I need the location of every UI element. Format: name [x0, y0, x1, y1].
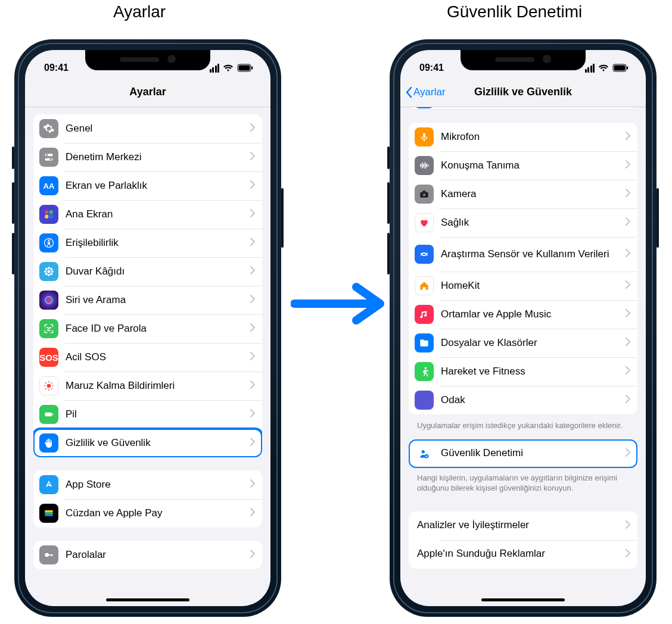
- nav-title: Ayarlar: [129, 86, 166, 98]
- folder-icon: [415, 333, 434, 352]
- svg-point-32: [45, 382, 46, 383]
- svg-point-20: [50, 268, 52, 270]
- row-label: Güvenlik Denetimi: [441, 447, 626, 459]
- chevron-right-icon: [250, 352, 255, 363]
- row-general[interactable]: Genel: [33, 114, 262, 143]
- row-passwords[interactable]: Parolalar: [33, 541, 262, 569]
- row-focus[interactable]: Odak: [409, 386, 637, 414]
- row-label: Genel: [66, 123, 250, 135]
- key-icon: [39, 545, 58, 564]
- row-media[interactable]: Ortamlar ve Apple Music: [409, 300, 637, 329]
- svg-point-29: [48, 389, 49, 391]
- row-research[interactable]: Araştırma Sensör ve Kullanım Verileri: [409, 237, 637, 272]
- heading-left: Ayarlar: [113, 2, 166, 21]
- row-speech[interactable]: Konuşma Tanıma: [409, 151, 637, 180]
- row-microphone[interactable]: Mikrofon: [409, 123, 637, 151]
- battery-row-icon: [39, 405, 58, 424]
- status-time: 09:41: [39, 63, 69, 73]
- row-siri[interactable]: Siri ve Arama: [33, 286, 262, 314]
- svg-point-25: [47, 327, 48, 328]
- svg-point-30: [44, 385, 45, 386]
- row-sos[interactable]: SOS Acil SOS: [33, 343, 262, 372]
- hand-icon: [39, 433, 58, 453]
- row-appstore[interactable]: App Store: [33, 470, 262, 499]
- home-indicator[interactable]: [481, 598, 565, 601]
- row-homekit[interactable]: HomeKit: [409, 272, 637, 300]
- gear-icon: [39, 119, 58, 138]
- apps-grid-icon: [39, 205, 58, 224]
- exposure-icon: [39, 376, 58, 395]
- home-indicator[interactable]: [106, 598, 189, 601]
- row-camera[interactable]: Kamera: [409, 180, 637, 208]
- row-files[interactable]: Dosyalar ve Klasörler: [409, 329, 637, 357]
- row-label: Ortamlar ve Apple Music: [441, 308, 626, 320]
- chevron-right-icon: [626, 189, 630, 199]
- svg-point-6: [46, 154, 48, 156]
- chevron-right-icon: [626, 520, 630, 531]
- chevron-right-icon: [250, 123, 255, 134]
- chevron-right-icon: [626, 549, 630, 560]
- chevron-right-icon: [250, 323, 255, 334]
- row-exposure[interactable]: Maruz Kalma Bildirimleri: [33, 372, 262, 400]
- navbar: Ayarlar Gizlilik ve Güvenlik: [400, 77, 646, 107]
- row-label: Face ID ve Parola: [66, 323, 250, 335]
- row-label: Duvar Kâğıdı: [66, 266, 250, 277]
- row-display[interactable]: AA Ekran ve Parlaklık: [33, 171, 262, 200]
- row-wallpaper[interactable]: Duvar Kâğıdı: [33, 257, 262, 286]
- cellular-icon: [585, 64, 595, 73]
- chevron-right-icon: [626, 395, 630, 405]
- row-label: Kamera: [441, 188, 626, 200]
- row-label: HomeKit: [441, 280, 626, 292]
- row-label: Pil: [66, 408, 250, 420]
- row-label: Acil SOS: [66, 351, 250, 363]
- home-icon: [415, 276, 434, 295]
- row-label: Denetim Merkezi: [66, 151, 250, 163]
- chevron-right-icon: [250, 479, 255, 490]
- sos-icon: SOS: [39, 348, 58, 367]
- row-label: Analizler ve İyileştirmeler: [417, 519, 626, 531]
- svg-rect-3: [251, 67, 253, 70]
- person-check-icon: [415, 444, 434, 463]
- svg-rect-2: [239, 65, 250, 71]
- row-label: Apple'ın Sunduğu Reklamlar: [417, 548, 626, 560]
- svg-rect-40: [45, 514, 52, 516]
- chevron-right-icon: [626, 366, 630, 377]
- cellular-icon: [210, 64, 220, 73]
- svg-point-14: [48, 270, 51, 273]
- footer-categories: Uygulamalar erişim istedikçe yukarıdaki …: [409, 420, 637, 439]
- svg-rect-39: [45, 512, 52, 514]
- row-safety-check[interactable]: Güvenlik Denetimi: [409, 439, 637, 468]
- svg-point-27: [47, 384, 51, 388]
- camera-icon: [415, 185, 434, 204]
- svg-rect-11: [49, 215, 53, 219]
- microphone-icon: [415, 127, 434, 146]
- row-analytics[interactable]: Analizler ve İyileştirmeler: [409, 511, 637, 540]
- row-home-screen[interactable]: Ana Ekran: [33, 200, 262, 229]
- chevron-left-icon: [405, 86, 412, 98]
- row-privacy[interactable]: Gizlilik ve Güvenlik: [33, 429, 262, 457]
- row-fitness[interactable]: Hareket ve Fitness: [409, 357, 637, 386]
- chevron-right-icon: [250, 409, 255, 420]
- svg-point-24: [47, 298, 51, 302]
- waveform-icon: [415, 156, 434, 175]
- back-button[interactable]: Ayarlar: [405, 86, 446, 98]
- svg-point-41: [45, 553, 49, 557]
- svg-point-15: [48, 267, 50, 269]
- row-apple-ads[interactable]: Apple'ın Sunduğu Reklamlar: [409, 540, 637, 569]
- svg-point-35: [51, 388, 52, 389]
- row-health[interactable]: Sağlık: [409, 208, 637, 237]
- accessibility-icon: [39, 233, 58, 252]
- toggles-icon: [39, 148, 58, 167]
- row-accessibility[interactable]: Erişilebilirlik: [33, 229, 262, 257]
- row-label: Hareket ve Fitness: [441, 366, 626, 377]
- row-label: Maruz Kalma Bildirimleri: [66, 380, 250, 392]
- settings-group-2: App Store Cüzdan ve Apple Pay: [33, 470, 262, 528]
- row-faceid[interactable]: Face ID ve Parola: [33, 314, 262, 343]
- row-battery[interactable]: Pil: [33, 400, 262, 429]
- row-control-center[interactable]: Denetim Merkezi: [33, 143, 262, 171]
- svg-rect-36: [45, 413, 52, 417]
- chevron-right-icon: [626, 448, 630, 459]
- row-wallet[interactable]: Cüzdan ve Apple Pay: [33, 499, 262, 528]
- svg-rect-38: [45, 510, 52, 512]
- phone-settings: 09:41 Ayarlar: [14, 39, 281, 617]
